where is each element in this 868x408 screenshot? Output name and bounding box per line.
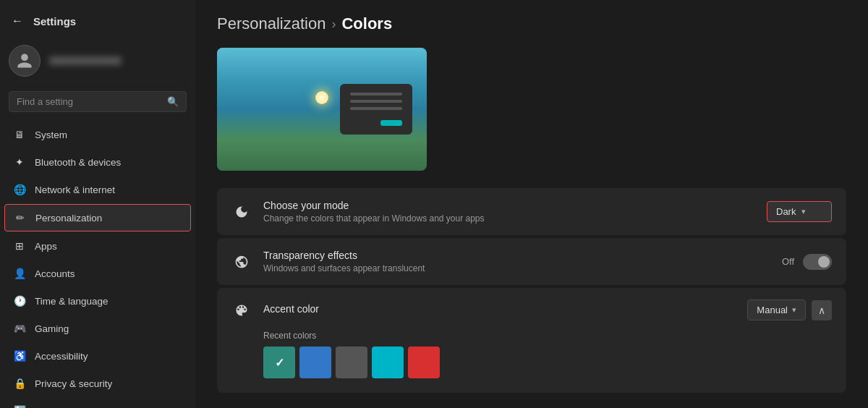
recent-colors-section: Recent colors [231, 320, 832, 381]
sidebar-label-update: Windows Update [35, 406, 109, 409]
update-icon: 🔄 [13, 404, 26, 408]
search-input[interactable] [17, 96, 161, 107]
mode-control: Dark ▾ [767, 201, 832, 222]
sidebar-item-bluetooth[interactable]: ✦ Bluetooth & devices [4, 149, 191, 175]
mode-dropdown-value: Dark [776, 206, 796, 217]
sidebar-item-time[interactable]: 🕐 Time & language [4, 288, 191, 314]
system-icon: 🖥 [13, 128, 26, 141]
gaming-icon: 🎮 [13, 322, 26, 335]
sidebar-label-bluetooth: Bluetooth & devices [35, 157, 121, 168]
personalization-icon: ✏ [14, 211, 27, 224]
breadcrumb-separator: › [331, 17, 336, 32]
accent-title: Accent color [263, 303, 736, 315]
accessibility-icon: ♿ [13, 349, 26, 362]
mode-description: Change the colors that appear in Windows… [263, 213, 755, 224]
mode-row: Choose your mode Change the colors that … [217, 188, 846, 235]
network-icon: 🌐 [13, 183, 26, 196]
breadcrumb-parent[interactable]: Personalization [217, 14, 326, 33]
privacy-icon: 🔒 [13, 377, 26, 390]
sidebar-label-network: Network & internet [35, 184, 115, 195]
transparency-icon [231, 252, 252, 272]
color-swatch-3[interactable] [372, 347, 404, 378]
mode-title: Choose your mode [263, 200, 755, 211]
accounts-icon: 👤 [13, 267, 26, 280]
color-swatches [263, 347, 832, 378]
sidebar-item-personalization[interactable]: ✏ Personalization [4, 204, 191, 231]
time-icon: 🕐 [13, 294, 26, 307]
sidebar-label-privacy: Privacy & security [35, 378, 112, 389]
accent-dropdown-value: Manual [757, 305, 788, 315]
sidebar-item-privacy[interactable]: 🔒 Privacy & security [4, 370, 191, 396]
sidebar-item-network[interactable]: 🌐 Network & internet [4, 177, 191, 203]
preview-inner [217, 48, 427, 171]
preview-line-3 [350, 107, 402, 110]
sidebar-label-accessibility: Accessibility [35, 351, 88, 362]
sidebar-label-gaming: Gaming [35, 323, 69, 334]
mode-icon [231, 202, 252, 222]
avatar [9, 45, 41, 77]
user-icon [16, 52, 33, 69]
accent-icon [231, 300, 252, 320]
color-swatch-0[interactable] [263, 347, 295, 378]
sidebar-label-apps: Apps [35, 241, 57, 252]
app-title: Settings [33, 15, 76, 27]
sidebar-label-time: Time & language [35, 296, 109, 307]
preview-dialog-button [380, 120, 402, 126]
preview-dialog [340, 84, 412, 135]
sidebar-label-personalization: Personalization [35, 213, 102, 224]
preview-line-1 [350, 93, 402, 95]
breadcrumb-current: Colors [341, 14, 392, 33]
breadcrumb: Personalization › Colors [217, 14, 846, 33]
search-icon: 🔍 [167, 96, 179, 107]
accent-row: Accent color Manual ▾ ∧ Recent colors [217, 288, 846, 393]
toggle-knob [818, 256, 830, 268]
recent-colors-label: Recent colors [263, 331, 832, 341]
preview-line-2 [350, 100, 402, 103]
accent-expand-button[interactable]: ∧ [812, 300, 832, 320]
mode-dropdown[interactable]: Dark ▾ [767, 201, 832, 222]
transparency-toggle-label: Off [782, 256, 794, 267]
mode-dropdown-chevron: ▾ [801, 207, 806, 216]
accent-dropdown[interactable]: Manual ▾ [747, 299, 806, 320]
accent-row-header: Accent color Manual ▾ ∧ [231, 299, 832, 320]
transparency-row: Transparency effects Windows and surface… [217, 238, 846, 285]
mode-text: Choose your mode Change the colors that … [263, 200, 755, 224]
accent-control: Manual ▾ ∧ [747, 299, 832, 320]
transparency-text: Transparency effects Windows and surface… [263, 250, 770, 273]
apps-icon: ⊞ [13, 239, 26, 252]
color-swatch-2[interactable] [336, 347, 367, 378]
transparency-title: Transparency effects [263, 250, 770, 261]
user-name [49, 56, 122, 65]
color-swatch-4[interactable] [408, 347, 440, 378]
sidebar-label-accounts: Accounts [35, 268, 75, 279]
sidebar-item-update[interactable]: 🔄 Windows Update [4, 398, 191, 408]
accent-dropdown-chevron: ▾ [792, 305, 796, 315]
search-box[interactable]: 🔍 [9, 91, 187, 112]
sidebar-item-system[interactable]: 🖥 System [4, 122, 191, 148]
sidebar-header: ← Settings [0, 6, 195, 39]
user-section [0, 39, 195, 88]
bluetooth-icon: ✦ [13, 156, 26, 169]
sidebar-item-accessibility[interactable]: ♿ Accessibility [4, 343, 191, 369]
sidebar-item-apps[interactable]: ⊞ Apps [4, 233, 191, 259]
transparency-toggle[interactable] [803, 254, 832, 270]
transparency-control: Off [782, 254, 832, 270]
sidebar-item-accounts[interactable]: 👤 Accounts [4, 260, 191, 286]
preview-sun [315, 91, 328, 104]
sidebar: ← Settings 🔍 🖥 System ✦ Bluetooth & devi… [0, 0, 195, 408]
sidebar-item-gaming[interactable]: 🎮 Gaming [4, 315, 191, 341]
back-button[interactable]: ← [9, 12, 26, 30]
main-content: Personalization › Colors Choose your mod… [195, 0, 868, 408]
sidebar-label-system: System [35, 129, 67, 140]
accent-text: Accent color [263, 303, 736, 317]
theme-preview [217, 48, 427, 171]
transparency-description: Windows and surfaces appear translucent [263, 263, 770, 273]
color-swatch-1[interactable] [299, 347, 331, 378]
